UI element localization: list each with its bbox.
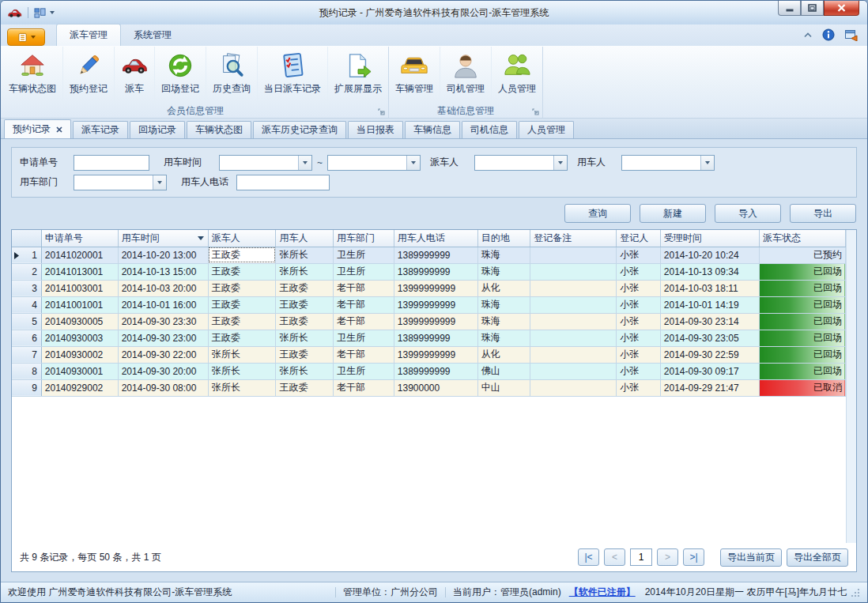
grid-cell[interactable]: 老干部 bbox=[334, 313, 394, 330]
dropdown-arrow-icon[interactable] bbox=[700, 156, 714, 170]
column-header[interactable]: 派车状态 bbox=[759, 230, 845, 247]
row-selector[interactable]: 1 bbox=[12, 247, 41, 263]
grid-cell[interactable]: 小张 bbox=[617, 263, 661, 280]
layout-icon[interactable] bbox=[34, 7, 46, 19]
grid-cell[interactable] bbox=[530, 263, 617, 280]
status-cell[interactable]: 已回场 bbox=[759, 263, 845, 280]
collapse-ribbon-icon[interactable] bbox=[803, 32, 813, 38]
grid-cell[interactable]: 张所长 bbox=[208, 379, 276, 396]
grid-cell[interactable]: 2014-09-30 23:00 bbox=[118, 330, 208, 346]
grid-cell[interactable]: 老干部 bbox=[334, 296, 394, 313]
grid-cell[interactable] bbox=[530, 247, 617, 263]
grid-cell[interactable]: 2014-09-30 23:05 bbox=[660, 330, 759, 346]
grid-cell[interactable]: 王政委 bbox=[208, 296, 276, 313]
ribbon-tab[interactable]: 系统管理 bbox=[121, 24, 184, 46]
table-row[interactable]: 5201409300052014-09-30 23:30王政委王政委老干部139… bbox=[12, 313, 846, 330]
grid-cell[interactable]: 佛山 bbox=[477, 363, 530, 379]
export-button[interactable]: 导出 bbox=[790, 204, 856, 223]
ribbon-button[interactable]: 扩展屏显示 bbox=[327, 47, 388, 104]
department-select[interactable] bbox=[74, 175, 167, 190]
grid-cell[interactable]: 小张 bbox=[617, 247, 661, 263]
doc-tab[interactable]: 派车历史记录查询 bbox=[253, 121, 346, 138]
grid-cell[interactable]: 2014-10-03 20:00 bbox=[118, 280, 208, 296]
grid-cell[interactable]: 2014-09-30 22:59 bbox=[660, 346, 759, 363]
grid-cell[interactable]: 张所长 bbox=[208, 346, 276, 363]
grid-cell[interactable]: 珠海 bbox=[477, 263, 530, 280]
sort-filter-arrow-icon[interactable] bbox=[198, 236, 204, 240]
grid-cell[interactable]: 2014-09-29 21:47 bbox=[660, 379, 759, 396]
status-cell[interactable]: 已预约 bbox=[759, 247, 845, 263]
chevron-down-icon[interactable] bbox=[50, 11, 55, 14]
grid-cell[interactable]: 2014-09-30 20:00 bbox=[118, 363, 208, 379]
selector-header[interactable] bbox=[12, 230, 41, 247]
table-row[interactable]: 7201409300022014-09-30 22:00张所长王政委老干部139… bbox=[12, 346, 846, 363]
grid-cell[interactable]: 20140930002 bbox=[41, 346, 118, 363]
maximize-button[interactable] bbox=[801, 1, 824, 16]
grid-cell[interactable]: 珠海 bbox=[477, 296, 530, 313]
query-button[interactable]: 查询 bbox=[564, 204, 631, 223]
use-time-to-select[interactable] bbox=[327, 155, 421, 171]
grid-cell[interactable]: 卫生所 bbox=[334, 330, 394, 346]
column-header[interactable]: 受理时间 bbox=[660, 230, 759, 247]
ribbon-tab[interactable]: 派车管理 bbox=[56, 24, 121, 46]
dropdown-arrow-icon[interactable] bbox=[553, 156, 567, 170]
grid-cell[interactable]: 珠海 bbox=[477, 247, 530, 263]
grid-cell[interactable]: 2014-09-30 08:00 bbox=[118, 379, 208, 396]
column-header[interactable]: 申请单号 bbox=[41, 230, 118, 247]
doc-tab[interactable]: 人员管理 bbox=[519, 121, 574, 138]
close-tab-icon[interactable] bbox=[56, 126, 62, 133]
status-cell[interactable]: 已回场 bbox=[759, 313, 845, 330]
row-selector[interactable]: 4 bbox=[12, 296, 41, 313]
status-cell[interactable]: 已回场 bbox=[759, 330, 845, 346]
grid-cell[interactable]: 张所长 bbox=[208, 363, 276, 379]
column-header[interactable]: 派车人 bbox=[208, 230, 276, 247]
grid-cell[interactable]: 从化 bbox=[477, 346, 530, 363]
status-cell[interactable]: 已回场 bbox=[759, 346, 845, 363]
column-header[interactable]: 登记备注 bbox=[530, 230, 617, 247]
grid-cell[interactable]: 13999999999 bbox=[394, 313, 477, 330]
use-time-from-value[interactable] bbox=[220, 156, 298, 170]
grid-cell[interactable]: 张所长 bbox=[276, 330, 334, 346]
grid-cell[interactable]: 2014-10-20 10:24 bbox=[660, 247, 759, 263]
grid-cell[interactable] bbox=[530, 379, 617, 396]
grid-cell[interactable]: 2014-10-03 18:11 bbox=[660, 280, 759, 296]
apply-no-input[interactable] bbox=[74, 155, 149, 171]
minimize-button[interactable] bbox=[778, 1, 801, 16]
prev-page-button[interactable]: < bbox=[604, 548, 625, 566]
ribbon-button[interactable]: 当日派车记录 bbox=[257, 47, 327, 104]
grid-cell[interactable]: 1389999999 bbox=[394, 363, 477, 379]
grid-cell[interactable]: 王政委 bbox=[276, 280, 334, 296]
new-button[interactable]: 新建 bbox=[640, 204, 706, 223]
grid-cell[interactable]: 小张 bbox=[617, 280, 661, 296]
row-selector[interactable]: 5 bbox=[12, 313, 41, 330]
grid-cell[interactable]: 王政委 bbox=[208, 263, 276, 280]
user-select[interactable] bbox=[621, 155, 715, 171]
table-row[interactable]: 2201410130012014-10-13 15:00王政委张所长卫生所138… bbox=[12, 263, 846, 280]
next-page-button[interactable]: > bbox=[657, 548, 678, 566]
table-row[interactable]: 1201410200012014-10-20 13:00王政委张所长卫生所138… bbox=[12, 247, 846, 263]
phone-input[interactable] bbox=[236, 175, 330, 190]
row-selector[interactable]: 2 bbox=[12, 263, 41, 280]
grid-cell[interactable] bbox=[530, 296, 617, 313]
ribbon-button[interactable]: 车辆状态图 bbox=[2, 47, 62, 104]
row-selector[interactable]: 7 bbox=[12, 346, 41, 363]
use-time-from-select[interactable] bbox=[219, 155, 312, 171]
table-row[interactable]: 9201409290022014-09-30 08:00张所长王政委老干部139… bbox=[12, 379, 846, 396]
status-cell[interactable]: 已回场 bbox=[759, 280, 845, 296]
grid-cell[interactable]: 2014-10-13 09:34 bbox=[660, 263, 759, 280]
dialog-launcher-icon[interactable] bbox=[532, 108, 539, 115]
close-button[interactable] bbox=[824, 1, 859, 16]
grid-cell[interactable] bbox=[530, 313, 617, 330]
grid-cell[interactable]: 2014-10-20 13:00 bbox=[118, 247, 208, 263]
resize-grip[interactable] bbox=[850, 587, 860, 597]
export-current-page-button[interactable]: 导出当前页 bbox=[720, 548, 782, 567]
grid-cell[interactable]: 20141020001 bbox=[41, 247, 118, 263]
grid-cell[interactable] bbox=[530, 363, 617, 379]
grid-cell[interactable]: 20140930003 bbox=[41, 330, 118, 346]
export-all-pages-button[interactable]: 导出全部页 bbox=[787, 548, 848, 567]
app-menu-button[interactable] bbox=[7, 28, 45, 46]
grid-cell[interactable]: 王政委 bbox=[208, 247, 276, 263]
grid-cell[interactable]: 张所长 bbox=[276, 363, 334, 379]
ribbon-button[interactable]: 派车 bbox=[114, 47, 154, 104]
grid-cell[interactable]: 王政委 bbox=[276, 346, 334, 363]
